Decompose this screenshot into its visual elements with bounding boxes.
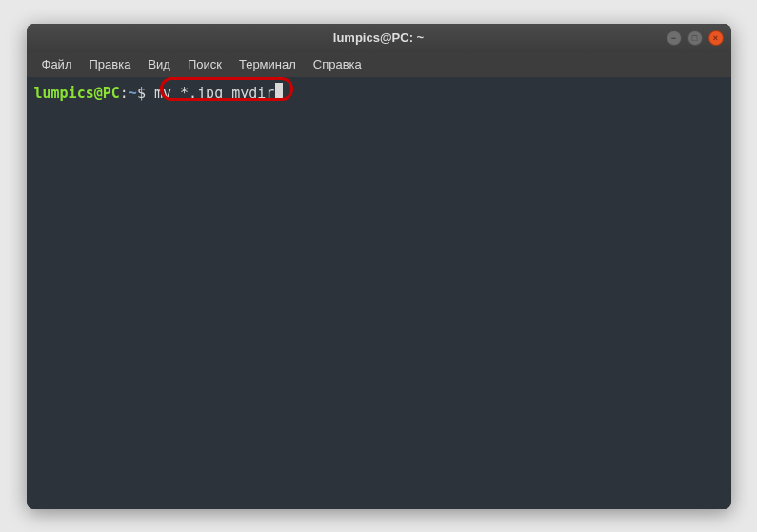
menu-search[interactable]: Поиск bbox=[180, 54, 229, 74]
menu-edit[interactable]: Правка bbox=[81, 54, 138, 74]
terminal-window: lumpics@PC: ~ − □ × Файл Правка Вид Поис… bbox=[27, 24, 731, 509]
prompt-line: lumpics@PC:~$ mv *.jpg mydir bbox=[34, 83, 724, 104]
prompt-user-host: lumpics@PC bbox=[34, 85, 120, 104]
window-titlebar[interactable]: lumpics@PC: ~ − □ × bbox=[27, 24, 731, 52]
window-title: lumpics@PC: ~ bbox=[333, 30, 424, 45]
close-button[interactable]: × bbox=[708, 30, 724, 46]
terminal-body[interactable]: lumpics@PC:~$ mv *.jpg mydir bbox=[27, 77, 731, 509]
menubar: Файл Правка Вид Поиск Терминал Справка bbox=[27, 52, 731, 77]
close-icon: × bbox=[713, 33, 718, 43]
prompt-dollar: $ bbox=[137, 85, 154, 104]
menu-file[interactable]: Файл bbox=[34, 54, 80, 74]
minimize-icon: − bbox=[671, 33, 676, 43]
menu-help[interactable]: Справка bbox=[306, 54, 369, 74]
menu-terminal[interactable]: Терминал bbox=[231, 54, 304, 74]
maximize-button[interactable]: □ bbox=[687, 30, 703, 46]
cursor bbox=[275, 83, 283, 98]
minimize-button[interactable]: − bbox=[667, 30, 682, 46]
prompt-colon: : bbox=[120, 85, 129, 104]
window-controls: − □ × bbox=[667, 30, 724, 46]
prompt-path: ~ bbox=[129, 85, 137, 104]
menu-view[interactable]: Вид bbox=[140, 54, 178, 74]
command-text: mv *.jpg mydir bbox=[154, 85, 274, 104]
maximize-icon: □ bbox=[692, 33, 697, 43]
